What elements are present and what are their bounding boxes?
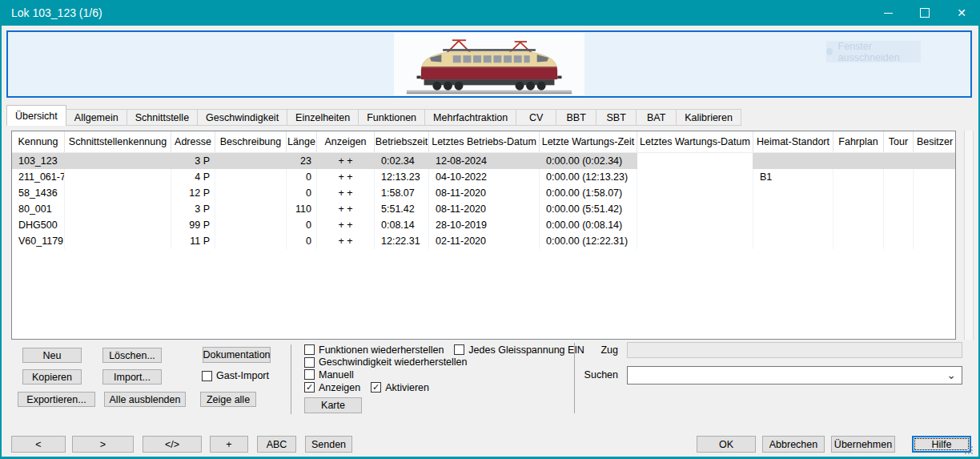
maximize-button[interactable]	[906, 0, 943, 26]
checkbox-label: Aktivieren	[385, 382, 429, 393]
tab-funktionen[interactable]: Funktionen	[359, 109, 425, 126]
tab-kalibrieren[interactable]: Kalibrieren	[677, 109, 741, 126]
tab-geschwindigkeit[interactable]: Geschwindigkeit	[198, 109, 287, 126]
karte-button[interactable]: Karte	[304, 397, 362, 413]
titlebar[interactable]: Lok 103_123 (1/6) ✕	[0, 0, 980, 26]
exportieren-button[interactable]: Exportieren...	[18, 392, 95, 407]
table-cell: 12 P	[171, 185, 215, 201]
table-cell	[637, 169, 753, 185]
table-cell: 12-08-2024	[429, 153, 540, 169]
tab-bbt[interactable]: BBT	[556, 109, 596, 126]
column-header[interactable]: Fahrplan	[833, 131, 884, 152]
nav-button-2[interactable]: >	[72, 436, 134, 453]
table-cell	[833, 217, 884, 233]
dokumentation-button[interactable]: Dokumentation	[203, 347, 271, 363]
resize-grip[interactable]	[962, 444, 974, 455]
nav-button-5[interactable]: ABC	[257, 436, 296, 453]
table-cell: 12:13.23	[375, 169, 429, 185]
table-cell: 5:51.42	[375, 201, 429, 217]
column-header[interactable]: Letzte Wartungs-Zeit	[540, 131, 637, 152]
table-cell	[65, 153, 171, 169]
table-cell	[833, 153, 884, 169]
-bernehmen-button[interactable]: Übernehmen	[831, 436, 895, 453]
table-row[interactable]: DHG50099 P0+ +0:08.1428-10-20190:00.00 (…	[12, 217, 955, 233]
table-row[interactable]: 103_1233 P23+ +0:02.3412-08-20240:00.00 …	[12, 153, 955, 169]
nav-button-4[interactable]: +	[210, 436, 248, 453]
column-header[interactable]: Letztes Wartungs-Datum	[637, 131, 753, 152]
manuell-checkbox[interactable]: Manuell	[304, 369, 354, 380]
minimize-button[interactable]	[870, 0, 906, 26]
window-title: Lok 103_123 (1/6)	[0, 6, 102, 19]
close-button[interactable]: ✕	[943, 0, 980, 26]
nav-button-6[interactable]: Senden	[305, 436, 352, 453]
table-cell	[884, 201, 914, 217]
table-cell	[833, 201, 884, 217]
column-header[interactable]: Anzeigen	[317, 131, 375, 152]
table-cell: + +	[317, 233, 375, 249]
tab-strip: ÜbersichtAllgemeinSchnittstelleGeschwind…	[6, 105, 741, 126]
column-header[interactable]: Heimat-Standort	[753, 131, 833, 152]
tab-mehrfachtraktion[interactable]: Mehrfachtraktion	[425, 109, 516, 126]
table-row[interactable]: V60_117911 P0+ +12:22.3102-11-20200:00.0…	[12, 233, 955, 249]
table-scrollbar[interactable]	[964, 131, 974, 340]
table-header: KennungSchnittstellenkennungAdresseBesch…	[12, 131, 955, 153]
import-button[interactable]: Import...	[102, 369, 162, 385]
suchen-combobox[interactable]: ⌄	[627, 366, 962, 385]
neu-button[interactable]: Neu	[22, 348, 82, 363]
tab-schnittstelle[interactable]: Schnittstelle	[127, 109, 198, 126]
column-header[interactable]: Beschreibung	[215, 131, 287, 152]
zug-field	[627, 342, 962, 358]
kopieren-button[interactable]: Kopieren	[22, 369, 82, 385]
alle-ausblenden-button[interactable]: Alle ausblenden	[104, 392, 186, 407]
close-icon: ✕	[957, 7, 966, 18]
column-header[interactable]: Adresse	[171, 131, 215, 152]
table-cell	[65, 169, 171, 185]
table-row[interactable]: 80_0013 P110+ +5:51.4208-11-20200:00.00 …	[12, 201, 955, 217]
loeschen-button[interactable]: Löschen...	[102, 348, 162, 363]
column-header[interactable]: Besitzer	[914, 131, 956, 152]
table-cell	[914, 153, 956, 169]
table-cell: 99 P	[171, 217, 215, 233]
column-header[interactable]: Betriebszeit	[375, 131, 429, 152]
table-cell	[833, 233, 884, 249]
table-row[interactable]: 211_061-74 P0+ +12:13.2304-10-20220:00.0…	[12, 169, 955, 185]
funktionen-wiederherstellen-checkbox[interactable]: Funktionen wiederherstellen	[304, 344, 444, 356]
table-cell	[65, 217, 171, 233]
tab-einzelheiten[interactable]: Einzelheiten	[287, 109, 359, 126]
table-cell: 0:00.00 (5:51.42)	[540, 201, 637, 217]
nav-button-3[interactable]: </>	[143, 436, 202, 453]
gast-import-checkbox[interactable]: Gast-Import	[202, 370, 269, 381]
geschwindigkeit-wiederherstellen-checkbox[interactable]: Geschwindigkeit wiederherstellen	[304, 356, 468, 368]
column-header[interactable]: Tour	[884, 131, 914, 152]
table-body: 103_1233 P23+ +0:02.3412-08-20240:00.00 …	[12, 153, 955, 249]
checkbox-box: ✓	[304, 382, 315, 393]
column-header[interactable]: Schnittstellenkennung	[65, 131, 171, 152]
table-cell	[914, 169, 956, 185]
tab-übersicht[interactable]: Übersicht	[6, 105, 66, 126]
tab-bat[interactable]: BAT	[637, 109, 677, 126]
table-cell	[753, 217, 833, 233]
column-header[interactable]: Länge	[287, 131, 317, 152]
table-cell: + +	[317, 217, 375, 233]
zeige-alle-button[interactable]: Zeige alle	[200, 392, 256, 407]
table-row[interactable]: 58_143612 P0+ +1:58.0708-11-20200:00.00 …	[12, 185, 955, 201]
tab-sbt[interactable]: SBT	[596, 109, 637, 126]
table-cell: 0:00.00 (12:13.23)	[540, 169, 637, 185]
abbrechen-button[interactable]: Abbrechen	[762, 436, 825, 453]
anzeigen-checkbox[interactable]: ✓Anzeigen	[304, 382, 360, 393]
nav-button-1[interactable]: <	[11, 436, 66, 453]
table-cell: 08-11-2020	[429, 201, 540, 217]
column-header[interactable]: Letztes Betriebs-Datum	[429, 131, 540, 152]
table-cell: 04-10-2022	[429, 169, 540, 185]
aktivieren-checkbox[interactable]: ✓Aktivieren	[371, 382, 429, 393]
table-cell: 0:08.14	[375, 217, 429, 233]
table-cell	[914, 201, 956, 217]
tab-cv[interactable]: CV	[516, 109, 556, 126]
dialog-content: Fenster ausschneiden ÜbersichtAllgemeinS…	[2, 26, 978, 457]
tab-allgemein[interactable]: Allgemein	[66, 109, 127, 126]
table-cell	[215, 233, 287, 249]
column-header[interactable]: Kennung	[12, 131, 65, 152]
ok-button[interactable]: OK	[697, 436, 756, 453]
cut-icon	[826, 48, 833, 55]
table-cell: 0	[287, 169, 317, 185]
